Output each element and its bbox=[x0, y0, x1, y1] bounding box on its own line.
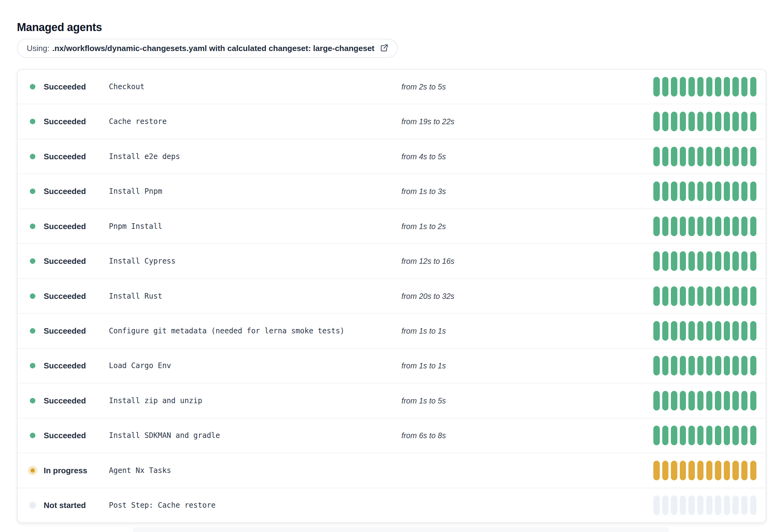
progress-segment bbox=[724, 426, 730, 445]
progress-segment bbox=[724, 217, 730, 236]
progress-segment bbox=[680, 356, 686, 376]
progress-segment bbox=[706, 426, 713, 445]
progress-segment bbox=[741, 321, 748, 341]
progress-bar bbox=[653, 391, 757, 411]
agent-row[interactable]: Succeeded Install Pnpm from 1s to 3s bbox=[17, 173, 766, 208]
progress-segment bbox=[750, 251, 757, 271]
progress-segment bbox=[715, 181, 721, 201]
progress-segment bbox=[715, 356, 721, 376]
progress-segment bbox=[653, 77, 660, 97]
progress-segment bbox=[724, 251, 730, 271]
progress-segment bbox=[741, 251, 748, 271]
progress-segment bbox=[697, 461, 704, 480]
progress-segment bbox=[688, 251, 695, 271]
progress-segment bbox=[680, 112, 686, 131]
progress-segment bbox=[724, 112, 730, 131]
agent-row[interactable]: In progress Agent Nx Tasks bbox=[17, 453, 766, 488]
status-dot bbox=[30, 119, 35, 124]
progress-bar bbox=[653, 112, 757, 131]
status-label: In progress bbox=[44, 466, 87, 475]
step-name: Pnpm Install bbox=[109, 222, 162, 231]
progress-segment bbox=[680, 391, 686, 411]
progress-segment bbox=[697, 286, 704, 306]
agent-row[interactable]: Succeeded Load Cargo Env from 1s to 1s bbox=[17, 348, 766, 383]
next-section-peek bbox=[133, 527, 669, 532]
duration-text: from 20s to 32s bbox=[402, 291, 454, 300]
progress-segment bbox=[680, 77, 686, 97]
progress-segment bbox=[671, 356, 677, 376]
duration-text: from 12s to 16s bbox=[402, 257, 454, 266]
progress-segment bbox=[653, 391, 660, 411]
progress-segment bbox=[680, 147, 686, 166]
progress-segment bbox=[697, 77, 704, 97]
progress-segment bbox=[671, 495, 677, 515]
progress-segment bbox=[697, 251, 704, 271]
status-dot bbox=[30, 433, 35, 438]
status-dot bbox=[30, 363, 35, 368]
workflow-banner-link[interactable]: Using: .nx/workflows/dynamic-changesets.… bbox=[17, 39, 398, 58]
step-name: Install Cypress bbox=[109, 257, 176, 265]
duration-text: from 1s to 1s bbox=[402, 326, 446, 336]
progress-segment bbox=[662, 251, 669, 271]
progress-segment bbox=[671, 426, 677, 445]
progress-segment bbox=[671, 147, 677, 166]
status-label: Not started bbox=[44, 501, 86, 510]
status-dot bbox=[30, 84, 35, 90]
agent-row[interactable]: Succeeded Cache restore from 19s to 22s bbox=[17, 104, 766, 138]
agent-row[interactable]: Not started Post Step: Cache restore bbox=[17, 488, 766, 522]
progress-segment bbox=[706, 391, 713, 411]
progress-segment bbox=[697, 356, 704, 376]
progress-segment bbox=[688, 495, 695, 515]
progress-segment bbox=[653, 426, 660, 445]
progress-segment bbox=[653, 217, 660, 236]
agent-row[interactable]: Succeeded Configure git metadata (needed… bbox=[17, 313, 766, 348]
progress-segment bbox=[724, 181, 730, 201]
progress-segment bbox=[662, 495, 669, 515]
progress-segment bbox=[741, 112, 748, 131]
progress-segment bbox=[750, 147, 757, 166]
step-name: Install SDKMAN and gradle bbox=[109, 431, 220, 440]
external-link-icon bbox=[379, 44, 388, 53]
progress-bar bbox=[653, 77, 757, 97]
progress-segment bbox=[715, 461, 721, 480]
progress-segment bbox=[688, 356, 695, 376]
duration-text: from 1s to 3s bbox=[402, 187, 446, 196]
agent-row[interactable]: Succeeded Install e2e deps from 4s to 5s bbox=[17, 139, 766, 173]
progress-segment bbox=[680, 181, 686, 201]
duration-text: from 1s to 5s bbox=[402, 396, 446, 405]
progress-segment bbox=[662, 77, 669, 97]
status-label: Succeeded bbox=[44, 291, 86, 301]
progress-segment bbox=[715, 495, 721, 515]
progress-segment bbox=[724, 147, 730, 166]
progress-segment bbox=[741, 356, 748, 376]
progress-segment bbox=[724, 495, 730, 515]
progress-segment bbox=[715, 426, 721, 445]
progress-segment bbox=[733, 321, 739, 341]
progress-segment bbox=[653, 321, 660, 341]
progress-segment bbox=[688, 391, 695, 411]
agent-row[interactable]: Succeeded Install zip and unzip from 1s … bbox=[17, 383, 766, 418]
progress-segment bbox=[671, 112, 677, 131]
progress-segment bbox=[688, 286, 695, 306]
progress-segment bbox=[688, 426, 695, 445]
progress-segment bbox=[750, 286, 757, 306]
progress-segment bbox=[750, 356, 757, 376]
step-name: Load Cargo Env bbox=[109, 361, 171, 370]
status-label: Succeeded bbox=[44, 361, 86, 371]
progress-segment bbox=[706, 356, 713, 376]
agent-row[interactable]: Succeeded Install SDKMAN and gradle from… bbox=[17, 418, 766, 453]
step-name: Install e2e deps bbox=[109, 152, 180, 161]
progress-segment bbox=[750, 426, 757, 445]
progress-segment bbox=[706, 147, 713, 166]
duration-text: from 1s to 2s bbox=[402, 222, 446, 231]
progress-segment bbox=[750, 461, 757, 480]
agent-row[interactable]: Succeeded Pnpm Install from 1s to 2s bbox=[17, 209, 766, 243]
progress-segment bbox=[715, 147, 721, 166]
agent-row[interactable]: Succeeded Install Cypress from 12s to 16… bbox=[17, 243, 766, 278]
agent-row[interactable]: Succeeded Checkout from 2s to 5s bbox=[17, 70, 766, 104]
status-label: Succeeded bbox=[44, 396, 86, 405]
progress-segment bbox=[750, 391, 757, 411]
progress-segment bbox=[680, 217, 686, 236]
status-label: Succeeded bbox=[44, 117, 86, 126]
agent-row[interactable]: Succeeded Install Rust from 20s to 32s bbox=[17, 278, 766, 313]
